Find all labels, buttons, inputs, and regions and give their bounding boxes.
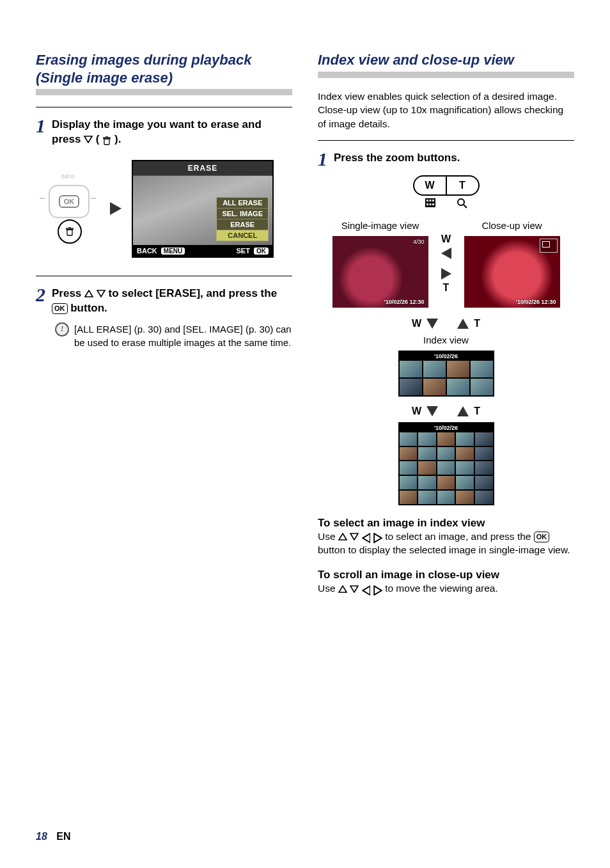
grid-cell (423, 361, 446, 377)
zoom-transition-arrows: W T (441, 233, 451, 294)
svg-marker-8 (97, 290, 105, 297)
back-text: BACK (137, 247, 157, 255)
t-label: T (474, 318, 480, 329)
thumb-stamp: '10/02/26 12:30 (384, 299, 425, 305)
grid-cell (437, 476, 455, 489)
index-grid-2x4: '10/02/26 (398, 351, 494, 397)
svg-rect-5 (66, 228, 73, 230)
single-view-label: Single-image view (341, 220, 419, 231)
erase-screen-body: ALL ERASE SEL. IMAGE ERASE CANCEL (133, 176, 272, 245)
note-block: ! [ALL ERASE] (p. 30) and [SEL. IMAGE] (… (55, 322, 292, 349)
single-closeup-row: Single-image view 4/30 '10/02/26 12:30 W… (318, 220, 574, 308)
grid-cell (456, 432, 474, 446)
sub1-body: Use to select an image, and press the OK… (318, 530, 574, 557)
note-icon: ! (55, 322, 69, 336)
grid-cell (447, 361, 469, 377)
grid-cell (400, 476, 418, 489)
grid-cell (475, 447, 493, 461)
down-triangle-icon (350, 585, 359, 593)
section-title-erase: Erasing images during playback (Single i… (36, 51, 292, 95)
wt-row-1: W T (412, 318, 480, 329)
arrow-up-icon (457, 319, 469, 329)
left-triangle-icon (362, 585, 371, 593)
svg-rect-14 (429, 203, 431, 205)
grid-cell (400, 379, 422, 395)
thumb-counter: 4/30 (413, 239, 425, 245)
magnifier-icon (457, 198, 467, 209)
step1-part-b: ( (96, 133, 100, 145)
step-1-right: 1 Press the zoom buttons. (318, 151, 574, 169)
up-triangle-icon (338, 533, 347, 541)
left-triangle-icon (362, 533, 371, 541)
figure-dpad-and-screen: INFO OK ERASE (36, 160, 292, 258)
sub1-a: Use (318, 531, 338, 542)
trash-button-circle (58, 219, 82, 244)
svg-point-16 (458, 199, 464, 205)
zoom-sub-icons (414, 198, 478, 209)
erase-menu-item: ALL ERASE (217, 198, 268, 209)
w-label: W (412, 318, 421, 329)
note-text: [ALL ERASE] (p. 30) and [SEL. IMAGE] (p.… (74, 322, 292, 349)
trash-icon (102, 135, 111, 144)
set-label: SET OK (237, 247, 269, 255)
subhead-select-index: To select an image in index view (318, 517, 574, 530)
two-column-layout: Erasing images during playback (Single i… (36, 45, 574, 596)
svg-rect-11 (429, 200, 431, 201)
step-number: 1 (36, 116, 45, 136)
t-label: T (443, 282, 450, 294)
zoom-buttons-figure: W T (318, 175, 574, 209)
info-label: INFO (36, 173, 100, 180)
svg-marker-18 (339, 533, 347, 540)
erase-menu-item-selected: CANCEL (217, 230, 268, 241)
grid-cell (437, 432, 455, 446)
svg-rect-4 (67, 230, 72, 235)
grid-cell (471, 361, 493, 377)
grid-cell (471, 379, 493, 395)
grid-cell (456, 447, 474, 461)
step-1: 1 Display the image you want to erase an… (36, 118, 292, 147)
index-flow: W T Index view '10/02/26 W (318, 312, 574, 505)
pad-left-dash (40, 198, 45, 199)
right-column: Index view and close-up view Index view … (318, 45, 574, 596)
svg-marker-25 (374, 586, 382, 595)
menu-pill: MENU (161, 248, 185, 255)
page-lang: EN (56, 831, 70, 842)
index-grid-5x5: '10/02/26 (398, 422, 494, 505)
down-triangle-icon (84, 136, 93, 143)
grid-cell (437, 491, 455, 504)
section-title-index: Index view and close-up view (318, 51, 574, 78)
up-triangle-icon (338, 585, 347, 593)
arrow-down-icon (426, 319, 438, 329)
sub2-b: to move the viewing area. (385, 583, 498, 594)
grid-cell (418, 447, 436, 461)
control-pad: INFO OK (36, 173, 100, 244)
svg-marker-19 (350, 533, 358, 540)
erase-screen-title: ERASE (133, 161, 272, 176)
grid-cell (418, 476, 436, 489)
grid-cell (400, 361, 422, 377)
grid-cell (423, 379, 446, 395)
step2-part-a: Press (52, 287, 84, 299)
arrow-left-icon (441, 248, 451, 259)
grid-cell (400, 491, 418, 504)
down-triangle-icon (350, 533, 359, 541)
svg-marker-24 (363, 586, 370, 595)
svg-rect-12 (432, 200, 434, 201)
arrow-down-icon (426, 406, 438, 416)
svg-rect-13 (426, 203, 428, 205)
svg-rect-2 (104, 138, 110, 139)
zoom-rocker: W T (413, 175, 480, 196)
grid-cell (475, 461, 493, 475)
closeup-view-label: Close-up view (481, 220, 542, 231)
closeup-view-col: Close-up view '10/02/26 12:30 (464, 220, 560, 308)
svg-line-17 (464, 205, 467, 208)
closeup-inset-indicator (540, 239, 558, 253)
svg-marker-21 (374, 534, 382, 543)
arrow-right-icon (110, 202, 121, 215)
index-view-label: Index view (423, 335, 469, 345)
grid-cell (456, 461, 474, 475)
grid-cell (418, 461, 436, 475)
ok-icon: OK (534, 532, 550, 542)
grid-cell (447, 379, 469, 395)
grid-5 (400, 432, 493, 504)
